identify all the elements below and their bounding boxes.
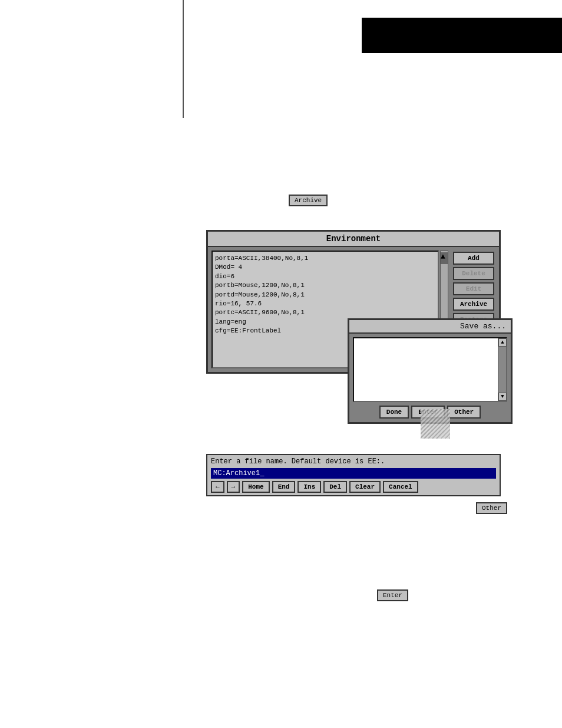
ins-button[interactable]: Ins	[297, 481, 321, 493]
cancel-button[interactable]: Cancel	[383, 481, 418, 493]
save-as-scroll-up[interactable]: ▲	[498, 338, 507, 347]
save-as-done-button[interactable]: Done	[379, 406, 409, 419]
status-prompt: Enter a file name. Default device is EE:…	[211, 457, 496, 466]
env-line-6: rio=16, 57.6	[215, 299, 435, 308]
env-line-3: dio=6	[215, 272, 435, 281]
env-edit-button[interactable]: Edit	[453, 282, 494, 295]
env-line-1: porta=ASCII,38400,No,8,1	[215, 254, 435, 263]
env-line-2: DMod= 4	[215, 263, 435, 272]
save-as-dialog: Save as... ▲ ▼ Done Enter Other	[348, 318, 513, 424]
home-button[interactable]: Home	[242, 481, 269, 493]
toolbar-buttons: ← → Home End Ins Del Clear Cancel	[211, 481, 496, 493]
scrollbar-up-arrow[interactable]: ▲	[441, 252, 448, 264]
save-as-scroll-down[interactable]: ▼	[498, 393, 507, 401]
archive-button-top[interactable]: Archive	[289, 195, 328, 206]
status-area: Enter a file name. Default device is EE:…	[206, 454, 501, 496]
save-as-scrollbar[interactable]: ▲ ▼	[498, 338, 506, 401]
env-delete-button[interactable]: Delete	[453, 267, 494, 280]
right-arrow-button[interactable]: →	[227, 481, 240, 493]
save-as-other-button[interactable]: Other	[447, 406, 481, 419]
save-as-list-content	[354, 338, 498, 401]
clear-button[interactable]: Clear	[349, 481, 381, 493]
save-as-list[interactable]: ▲ ▼	[353, 337, 507, 402]
del-button[interactable]: Del	[323, 481, 347, 493]
save-as-title: Save as...	[349, 320, 511, 334]
env-add-button[interactable]: Add	[453, 252, 494, 265]
env-line-5: portd=Mouse,1200,No,8,1	[215, 291, 435, 299]
filename-input[interactable]: MC:Archive1_	[211, 468, 496, 479]
other-button-bottom[interactable]: Other	[476, 502, 507, 514]
vertical-divider	[183, 0, 184, 118]
env-line-7: portc=ASCII,9600,No,8,1	[215, 308, 435, 317]
redacted-header	[362, 18, 562, 53]
hatch-decoration-2	[421, 409, 450, 439]
env-archive-button[interactable]: Archive	[453, 298, 494, 311]
environment-dialog-title: Environment	[208, 232, 499, 247]
env-line-4: portb=Mouse,1200,No,8,1	[215, 281, 435, 290]
left-arrow-button[interactable]: ←	[211, 481, 224, 493]
enter-button-bottom[interactable]: Enter	[377, 589, 408, 601]
end-button[interactable]: End	[272, 481, 296, 493]
